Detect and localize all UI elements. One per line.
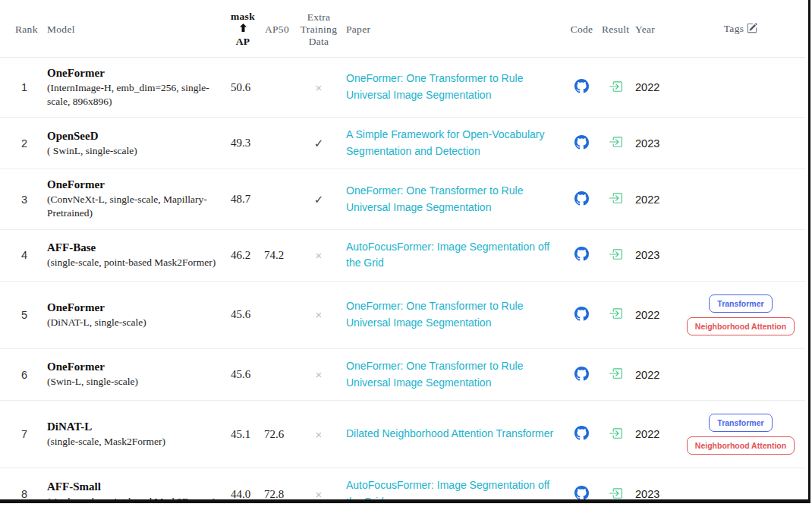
result-enter-icon[interactable] — [609, 427, 622, 440]
paper-link[interactable]: A Simple Framework for Open-Vocabulary S… — [346, 127, 554, 159]
paper-link[interactable]: AutoFocusFormer: Image Segmentation off … — [346, 239, 554, 272]
col-header-rank[interactable]: Rank — [0, 0, 44, 58]
result-cell — [599, 118, 632, 169]
tags-cell — [676, 169, 805, 229]
tags-cell: Transformer Neighborhood Attention — [676, 401, 805, 468]
extra-training-data-cell: ✓ — [294, 118, 343, 169]
col-header-ap50[interactable]: AP50 — [260, 0, 294, 58]
mask-ap-label-line2: AP — [229, 36, 257, 48]
code-cell — [565, 281, 599, 348]
rank-cell: 5 — [0, 281, 44, 348]
year-cell: 2023 — [632, 468, 676, 503]
model-detail: (Swin-L, single-scale) — [47, 375, 223, 389]
ap50-cell: 74.2 — [260, 229, 294, 281]
table-row: 4 AFF-Base (single-scale, point-based Ma… — [0, 229, 805, 281]
github-icon[interactable] — [574, 486, 589, 500]
tag-transformer[interactable]: Transformer — [709, 294, 772, 313]
rank-cell: 2 — [0, 118, 44, 169]
paper-cell: OneFormer: One Transformer to Rule Unive… — [343, 58, 565, 118]
table-row: 5 OneFormer (DiNAT-L, single-scale) 45.6… — [0, 281, 805, 348]
paper-link[interactable]: AutoFocusFormer: Image Segmentation off … — [346, 477, 554, 503]
result-enter-icon[interactable] — [609, 367, 622, 380]
model-cell: OneFormer (Swin-L, single-scale) — [44, 348, 226, 400]
model-detail: (single-scale, point-based Mask2Former) — [47, 495, 223, 503]
ap50-cell: 72.8 — [260, 468, 294, 503]
col-header-code[interactable]: Code — [565, 0, 599, 58]
code-cell — [565, 169, 599, 229]
result-enter-icon[interactable] — [609, 487, 622, 500]
github-icon[interactable] — [574, 79, 589, 93]
mask-ap-cell: 49.3 — [226, 118, 260, 169]
model-detail: (InternImage-H, emb_dim=256, single-scal… — [47, 81, 223, 108]
model-detail: (DiNAT-L, single-scale) — [47, 316, 223, 329]
result-enter-icon[interactable] — [609, 80, 622, 93]
result-cell — [599, 401, 632, 468]
result-cell — [599, 169, 632, 229]
github-icon[interactable] — [574, 135, 589, 150]
mask-ap-label-line1: mask — [231, 11, 255, 22]
result-cell — [599, 468, 632, 503]
paper-cell: OneFormer: One Transformer to Rule Unive… — [343, 169, 565, 229]
paper-link[interactable]: OneFormer: One Transformer to Rule Unive… — [346, 71, 554, 103]
model-name: OneFormer — [47, 301, 223, 314]
tags-cell — [676, 348, 805, 400]
rank-cell: 8 — [0, 468, 44, 503]
extra-training-data-cell: ✓ — [294, 169, 343, 229]
extra-training-data-cell: × — [294, 468, 343, 503]
result-cell — [599, 348, 632, 400]
col-header-year[interactable]: Year — [632, 0, 676, 58]
tag-neighborhood-attention[interactable]: Neighborhood Attention — [687, 436, 795, 455]
paper-link[interactable]: OneFormer: One Transformer to Rule Unive… — [346, 358, 554, 391]
model-cell: OneFormer (DiNAT-L, single-scale) — [44, 281, 226, 348]
leaderboard-frame: Rank Model mask AP AP50 Extra Training D… — [0, 0, 810, 503]
paper-cell: Dilated Neighborhood Attention Transform… — [343, 401, 565, 468]
model-name: AFF-Small — [47, 480, 223, 493]
ap50-cell — [260, 58, 294, 118]
result-cell — [599, 281, 632, 348]
tag-transformer[interactable]: Transformer — [709, 414, 772, 432]
github-icon[interactable] — [574, 247, 589, 261]
table-row: 3 OneFormer (ConvNeXt-L, single-scale, M… — [0, 169, 805, 229]
code-cell — [565, 58, 599, 118]
result-cell — [599, 229, 632, 281]
result-cell — [599, 58, 632, 118]
year-cell: 2022 — [632, 348, 676, 400]
header-row: Rank Model mask AP AP50 Extra Training D… — [0, 0, 805, 58]
github-icon[interactable] — [574, 426, 589, 440]
model-name: OneFormer — [47, 361, 223, 373]
col-header-tags[interactable]: Tags — [676, 0, 805, 58]
model-detail: (single-scale, Mask2Former) — [47, 435, 223, 449]
result-enter-icon[interactable] — [609, 191, 622, 205]
paper-link[interactable]: OneFormer: One Transformer to Rule Unive… — [346, 183, 554, 216]
paper-link[interactable]: Dilated Neighborhood Attention Transform… — [346, 426, 553, 442]
result-enter-icon[interactable] — [609, 247, 622, 261]
result-enter-icon[interactable] — [609, 307, 622, 320]
year-cell: 2022 — [632, 401, 676, 468]
col-header-mask-ap[interactable]: mask AP — [226, 0, 260, 58]
ap50-cell — [260, 118, 294, 169]
result-enter-icon[interactable] — [609, 135, 622, 149]
github-icon[interactable] — [574, 367, 589, 381]
rank-cell: 6 — [0, 348, 44, 400]
model-name: OpenSeeD — [47, 130, 223, 143]
tags-cell: Transformer Neighborhood Attention — [676, 281, 805, 348]
year-cell: 2022 — [632, 169, 676, 229]
tags-label: Tags — [724, 23, 744, 34]
extra-training-data-cell: × — [294, 401, 343, 468]
col-header-paper[interactable]: Paper — [343, 0, 565, 58]
year-cell: 2022 — [632, 58, 676, 118]
tags-cell — [676, 118, 805, 169]
col-header-extra-training-data[interactable]: Extra Training Data — [294, 0, 343, 58]
code-cell — [565, 229, 599, 281]
tag-neighborhood-attention[interactable]: Neighborhood Attention — [687, 317, 795, 335]
mask-ap-cell: 50.6 — [226, 58, 260, 118]
github-icon[interactable] — [574, 191, 589, 206]
extra-training-data-cell: × — [294, 58, 343, 118]
paper-link[interactable]: OneFormer: One Transformer to Rule Unive… — [346, 298, 554, 331]
col-header-model[interactable]: Model — [44, 0, 226, 58]
col-header-result[interactable]: Result — [599, 0, 632, 58]
table-row: 2 OpenSeeD ( SwinL, single-scale) 49.3 ✓… — [0, 118, 805, 169]
tags-cell — [676, 468, 805, 503]
github-icon[interactable] — [574, 307, 589, 321]
edit-pencil-icon[interactable] — [747, 23, 757, 36]
